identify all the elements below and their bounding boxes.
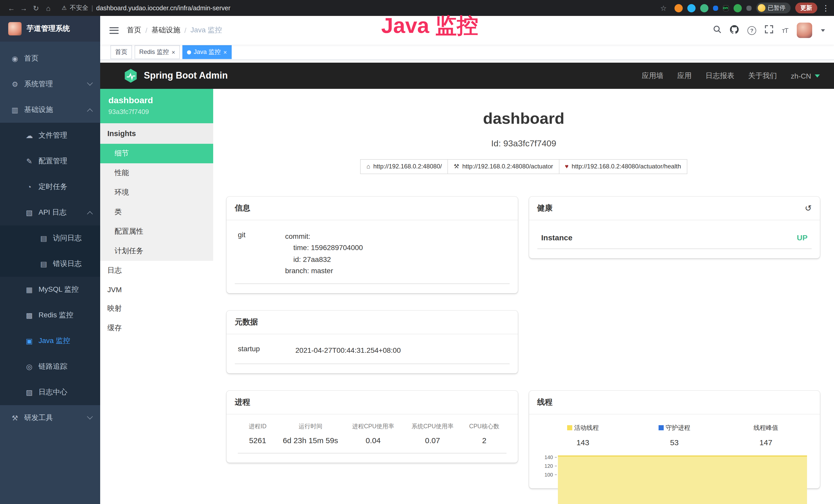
extension-icon-6[interactable]	[746, 5, 751, 10]
extension-on-badge-icon[interactable]: on	[723, 5, 729, 11]
sidebar-item-redis-monitor[interactable]: ▩ Redis 监控	[0, 302, 100, 328]
avatar[interactable]	[797, 23, 812, 38]
system-cpu: 0.07	[403, 436, 462, 444]
extension-grid-icon[interactable]	[713, 5, 718, 10]
info-value: commit: time: 1596289704000 id: 27aa832 …	[285, 231, 363, 276]
breadcrumb-infrastructure[interactable]: 基础设施	[152, 26, 180, 35]
metadata-value: 2021-04-27T00:44:31.254+08:00	[295, 345, 401, 357]
process-uptime: 6d 23h 15m 59s	[278, 436, 344, 444]
extension-icon-2[interactable]	[687, 4, 695, 12]
sidebar-item-infrastructure[interactable]: ▥ 基础设施	[0, 97, 100, 123]
sidebar-item-log-center[interactable]: ▨ 日志中心	[0, 380, 100, 405]
sba-menu-mappings[interactable]: 映射	[100, 299, 213, 318]
sba-menu-scheduled-tasks[interactable]: 计划任务	[100, 241, 213, 261]
sba-menu-config-properties[interactable]: 配置属性	[100, 222, 213, 241]
actuator-url-link[interactable]: ⚒ http://192.168.0.2:48080/actuator	[447, 159, 559, 174]
sidebar-item-access-logs[interactable]: ▤ 访问日志	[0, 225, 100, 251]
column-header: 运行时间	[278, 422, 344, 430]
info-card-title: 信息	[235, 203, 250, 213]
address-bar[interactable]: ⚠ 不安全 | dashboard.yudao.iocoder.cn/infra…	[62, 4, 231, 12]
sba-nav-wallboard[interactable]: 应用墙	[642, 71, 663, 81]
update-button[interactable]: 更新	[795, 3, 817, 13]
avatar-caret-icon[interactable]	[821, 29, 825, 31]
search-icon[interactable]	[713, 25, 721, 36]
warning-icon: ⚠	[62, 5, 67, 11]
chevron-down-icon	[87, 80, 93, 86]
sidebar-toggle-icon[interactable]	[109, 27, 119, 33]
extension-icon-3[interactable]	[700, 4, 708, 12]
metadata-card-title: 元数据	[235, 318, 258, 327]
instance-links: ⌂ http://192.168.0.2:48080/ ⚒ http://192…	[213, 159, 834, 174]
active-threads-area	[557, 455, 807, 504]
sidebar-item-error-logs[interactable]: ▤ 错误日志	[0, 251, 100, 277]
sidebar-item-tracing[interactable]: ◎ 链路追踪	[0, 354, 100, 380]
paused-badge[interactable]: 已暂停	[756, 3, 791, 13]
back-icon[interactable]: ←	[5, 4, 18, 12]
page-title: dashboard	[213, 109, 834, 128]
sidebar-item-config-management[interactable]: ✎ 配置管理	[0, 148, 100, 174]
tab-java-monitor[interactable]: Java 监控 ×	[182, 45, 232, 59]
sba-brand-title[interactable]: Spring Boot Admin	[144, 70, 228, 81]
sba-menu-jvm[interactable]: JVM	[100, 280, 213, 299]
fullscreen-icon[interactable]	[765, 25, 773, 36]
process-table: 进程ID 运行时间 进程CPU使用率 系统CPU使用率 CPU核心数 5261 …	[238, 422, 506, 453]
sidebar-item-mysql-monitor[interactable]: ▦ MySQL 监控	[0, 277, 100, 302]
sidebar-item-system-management[interactable]: ⚙ 系统管理	[0, 71, 100, 97]
legend-square-icon	[658, 425, 663, 430]
cpu-cores: 2	[462, 436, 506, 444]
health-card: 健康 ↺ Instance UP	[529, 197, 820, 258]
metadata-card: 元数据 startup 2021-04-27T00:44:31.254+08:0…	[226, 311, 518, 373]
extension-icon-1[interactable]	[674, 4, 682, 12]
home-icon[interactable]: ⌂	[42, 4, 54, 12]
app-logo: 芋道管理系统	[0, 16, 100, 42]
sidebar-item-file-management[interactable]: ☁ 文件管理	[0, 123, 100, 148]
sidebar-item-api-logs[interactable]: ▧ API 日志	[0, 200, 100, 225]
close-tab-icon[interactable]: ×	[172, 48, 175, 56]
reload-icon[interactable]: ↻	[30, 4, 42, 12]
sidebar-item-dev-tools[interactable]: ⚒ 研发工具	[0, 405, 100, 431]
screen: ← → ↻ ⌂ ⚠ 不安全 | dashboard.yudao.iocoder.…	[0, 0, 834, 504]
forward-icon[interactable]: →	[18, 4, 30, 12]
url-text: dashboard.yudao.iocoder.cn/infra/admin-s…	[96, 4, 231, 12]
github-icon[interactable]	[730, 25, 739, 36]
chart-y-axis: 140 120 100	[540, 453, 556, 479]
sba-nav-journal[interactable]: 日志报表	[706, 71, 734, 81]
health-url-link[interactable]: ♥ http://192.168.0.2:48080/actuator/heal…	[559, 159, 687, 174]
log-icon: ▧	[25, 208, 34, 217]
close-tab-icon[interactable]: ×	[223, 48, 227, 56]
health-instance-label[interactable]: Instance	[541, 233, 572, 242]
sidebar-item-scheduled-tasks[interactable]: ◔ 定时任务	[0, 174, 100, 200]
help-icon[interactable]: ?	[747, 26, 756, 35]
sba-menu-performance[interactable]: 性能	[100, 163, 213, 183]
kebab-menu-icon[interactable]: ⋮	[822, 3, 829, 13]
service-url-link[interactable]: ⌂ http://192.168.0.2:48080/	[360, 159, 448, 174]
legend-item: 线程峰值 147	[720, 423, 812, 446]
sidebar-item-java-monitor[interactable]: ▣ Java 监控	[0, 328, 100, 354]
tab-redis-monitor[interactable]: Redis 监控 ×	[135, 45, 180, 59]
font-size-icon[interactable]: тT	[782, 26, 788, 34]
health-status-badge: UP	[797, 233, 808, 242]
history-icon[interactable]: ↺	[805, 203, 812, 213]
sidebar-item-home[interactable]: ◉ 首页	[0, 46, 100, 71]
peak-threads-value: 147	[720, 438, 812, 446]
app-menu: ◉ 首页 ⚙ 系统管理 ▥ 基础设施 ☁ 文件管理	[0, 42, 100, 504]
sba-instance-header[interactable]: dashboard 93a3fc7f7409	[100, 89, 213, 123]
bookmark-star-icon[interactable]: ☆	[657, 4, 670, 12]
sba-menu-environment[interactable]: 环境	[100, 183, 213, 202]
tab-home[interactable]: 首页	[110, 45, 132, 59]
security-label: 不安全	[70, 4, 88, 12]
column-header: CPU核心数	[462, 422, 506, 430]
chevron-down-icon	[815, 74, 820, 77]
sba-locale-select[interactable]: zh-CN	[791, 72, 820, 80]
sba-section-insights: Insights	[100, 123, 213, 144]
extension-icon-5[interactable]	[733, 4, 742, 12]
sba-menu-classes[interactable]: 类	[100, 202, 213, 222]
breadcrumb-home[interactable]: 首页	[127, 26, 141, 35]
sba-menu-logs[interactable]: 日志	[100, 261, 213, 280]
column-header: 进程ID	[238, 422, 278, 430]
sba-nav-applications[interactable]: 应用	[677, 71, 692, 81]
sba-nav-about[interactable]: 关于我们	[748, 71, 777, 81]
sba-menu-details[interactable]: 细节	[100, 144, 213, 163]
app-sidebar: 芋道管理系统 ◉ 首页 ⚙ 系统管理 ▥ 基础设施 ☁	[0, 16, 100, 504]
sba-menu-caches[interactable]: 缓存	[100, 318, 213, 338]
